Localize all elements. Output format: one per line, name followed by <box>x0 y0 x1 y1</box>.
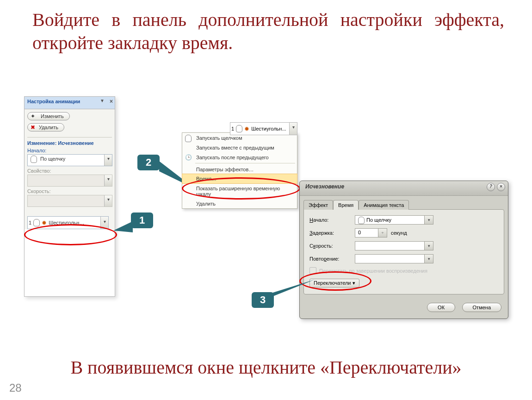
start-label: Начало: <box>27 148 112 153</box>
mouse-icon <box>33 219 40 226</box>
timing-dialog: Исчезновение ? × Эффект Время Анимация т… <box>299 181 508 319</box>
svg-marker-0 <box>113 221 133 232</box>
page-number: 28 <box>9 381 22 394</box>
star-icon: ✦ <box>31 113 35 119</box>
triggers-button[interactable]: Переключатели ▾ <box>309 279 359 288</box>
chevron-down-icon[interactable]: ▾ <box>424 216 433 224</box>
change-button-label: Изменить <box>41 113 64 119</box>
start-value: По щелчку <box>40 156 65 162</box>
menu-item-remove[interactable]: Удалить <box>182 199 297 208</box>
star-icon: ✹ <box>244 126 249 132</box>
chevron-down-icon: ▾ <box>104 195 112 206</box>
tab-timing[interactable]: Время <box>333 200 359 210</box>
delete-button-label: Удалить <box>39 125 58 130</box>
dlg-repeat-combo[interactable]: ▾ <box>355 254 433 263</box>
menu-item-show-timeline[interactable]: Показать расширенную временную шкалу <box>182 183 297 199</box>
dlg-start-label: Начало: <box>309 217 351 223</box>
tab-effect[interactable]: Эффект <box>303 200 333 210</box>
chevron-down-icon[interactable]: ▾ <box>104 155 112 166</box>
chevron-down-icon[interactable]: ▾ <box>424 242 433 250</box>
menu-item-timing[interactable]: Время… <box>182 174 297 184</box>
animation-pane-title-text: Настройка анимации <box>27 99 80 104</box>
cancel-button[interactable]: Отмена <box>462 303 501 312</box>
slide-title: Войдите в панель дополнительной настройк… <box>32 8 504 55</box>
chevron-down-icon[interactable]: ▾ <box>424 255 433 263</box>
property-combo: ▾ <box>27 175 112 187</box>
mouse-icon <box>185 135 192 142</box>
ok-button[interactable]: ОК <box>427 303 455 312</box>
property-label: Свойство: <box>27 168 112 174</box>
tab-text-animation[interactable]: Анимация текста <box>359 200 409 210</box>
dlg-speed-label: Скорость: <box>309 243 351 249</box>
header-text: Шестиугольн... <box>251 126 286 131</box>
menu-item-start-with[interactable]: Запускать вместе с предыдущим <box>182 143 297 152</box>
mouse-icon <box>31 156 37 163</box>
dialog-tabs: Эффект Время Анимация текста <box>303 200 504 209</box>
start-combo[interactable]: По щелчку ▾ <box>27 154 112 166</box>
clock-icon: 🕒 <box>185 154 192 161</box>
slide-footer-text: В появившемся окне щелкните «Переключате… <box>9 356 523 378</box>
change-button[interactable]: ✦Изменить <box>27 112 70 120</box>
mouse-icon <box>236 125 242 132</box>
callout-3: 3 <box>252 292 274 308</box>
spinner-icon[interactable]: ÷ <box>378 229 387 237</box>
section-label: Изменение: Исчезновение <box>27 137 112 146</box>
mouse-icon <box>358 217 365 224</box>
dlg-rewind-label: Перемотать по завершении воспроизведения <box>319 268 427 274</box>
list-item-text: Шестиугольн… <box>49 220 84 225</box>
dlg-delay-unit: секунд <box>391 230 407 236</box>
dlg-delay-label: Задержка: <box>309 230 351 236</box>
callout-arrow-1 <box>113 221 133 235</box>
animation-list-item[interactable]: 1 ✹ Шестиугольн… ▾ <box>27 216 109 229</box>
dialog-title-text: Исчезновение <box>305 183 344 190</box>
dialog-titlebar: Исчезновение ? × <box>300 181 508 196</box>
list-item-number: 1 <box>29 220 31 225</box>
callout-1: 1 <box>131 212 153 228</box>
dlg-rewind-checkbox: Перемотать по завершении воспроизведения <box>309 267 498 274</box>
svg-marker-2 <box>273 280 315 296</box>
chevron-down-icon[interactable]: ▾ <box>100 217 108 229</box>
dlg-repeat-label: Повторение: <box>309 256 351 262</box>
close-icon[interactable]: × <box>497 183 505 191</box>
delete-button[interactable]: ✖Удалить <box>27 123 64 131</box>
checkbox-icon <box>309 267 316 274</box>
dlg-start-combo[interactable]: По щелчку▾ <box>355 215 433 225</box>
star-icon: ✹ <box>42 220 47 226</box>
callout-arrow-3 <box>273 278 315 296</box>
help-icon[interactable]: ? <box>487 183 495 191</box>
dlg-delay-input[interactable]: 0÷ <box>355 228 387 238</box>
menu-item-effect-options[interactable]: Параметры эффектов… <box>182 164 297 174</box>
menu-item-start-click[interactable]: Запускать щелчком <box>182 133 297 143</box>
chevron-down-icon: ▾ <box>104 175 112 186</box>
close-icon[interactable]: × <box>110 98 113 105</box>
speed-label: Скорость: <box>27 188 112 194</box>
menu-separator <box>195 163 295 163</box>
double-chevron-icon: ▾ <box>353 280 355 286</box>
callout-2: 2 <box>137 155 160 170</box>
dropdown-icon[interactable]: ▼ <box>100 98 105 103</box>
delete-icon: ✖ <box>31 124 35 131</box>
context-menu: 1 ✹ Шестиугольн... ▾ Запускать щелчком З… <box>182 132 297 209</box>
animation-pane: Настройка анимации ▼ × ✦Изменить ✖Удалит… <box>24 96 115 297</box>
menu-item-start-after[interactable]: 🕒Запускать после предыдущего <box>182 152 297 162</box>
header-number: 1 <box>231 126 234 131</box>
speed-combo: ▾ <box>27 195 112 207</box>
dlg-speed-combo[interactable]: ▾ <box>355 241 433 250</box>
animation-pane-title: Настройка анимации ▼ × <box>25 96 115 109</box>
